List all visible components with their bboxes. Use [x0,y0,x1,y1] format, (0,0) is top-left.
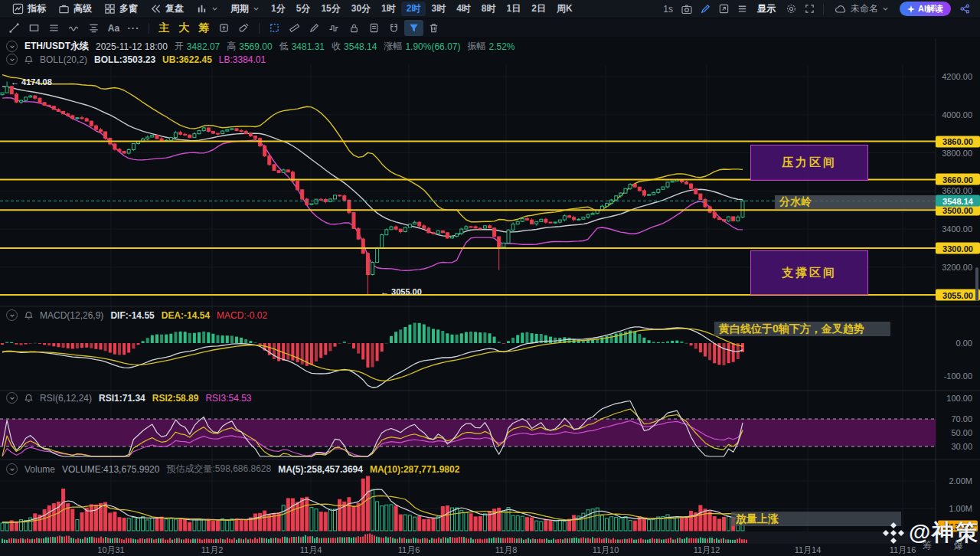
multi-window-label: 多窗 [119,2,138,15]
camera-icon [681,3,693,15]
rotate-tool[interactable] [214,20,234,36]
main-chart-tool[interactable]: 主 [155,20,174,36]
pen-icon [309,22,320,34]
magnet-icon [388,22,400,34]
sparkle-icon [907,5,915,13]
drawing-toolbar: Aa ··· 主 大 筹 [0,18,980,38]
lock-tool[interactable] [345,20,364,36]
divider [823,4,824,15]
note-icon [368,22,380,34]
layout-button[interactable]: 未命名 [828,2,895,15]
timeframe-2时[interactable]: 2时 [401,2,426,16]
parallel-lines-icon [48,22,60,34]
top-toolbar: 指标 高级 多窗 复盘 周期 1分5分15分30分1时2时3时 [0,0,980,18]
filter-tool[interactable] [404,20,423,36]
draw-mode-button[interactable] [696,3,714,15]
rectangle-icon [28,22,40,34]
settings-button[interactable] [782,3,800,15]
parallel-lines-tool[interactable] [44,20,64,36]
new-pane-button[interactable] [714,3,733,15]
multi-window-icon [104,3,116,15]
select-tool[interactable] [265,20,284,36]
advanced-button[interactable]: 高级 [52,2,98,15]
trend-line-icon [8,22,20,34]
timeframe-4时[interactable]: 4时 [451,2,476,16]
replay-button[interactable]: 复盘 [144,2,190,15]
wave-icon [68,22,80,34]
screenshot-button[interactable] [678,3,696,15]
list-icon [737,3,748,15]
trading-app: 指标 高级 多窗 复盘 周期 1分5分15分30分1时2时3时 [0,0,980,556]
annotate-tool[interactable] [305,20,324,36]
trend-line-tool[interactable] [5,20,24,36]
brush-icon [238,22,250,34]
note-tool[interactable] [364,20,384,36]
timeframe-30分[interactable]: 30分 [346,2,376,16]
expand-icon [804,3,815,15]
timeframe-15分[interactable]: 15分 [315,2,345,16]
timeframe-8时[interactable]: 8时 [476,2,501,16]
pattern-tool[interactable] [325,20,344,36]
rewind-icon [150,3,162,15]
chevron-down-icon [882,5,889,12]
timeframe-5分[interactable]: 5分 [291,2,316,16]
chart-style-button[interactable] [190,3,224,15]
measure-tool[interactable] [285,20,304,36]
replay-label: 复盘 [165,2,184,15]
trash-icon [428,22,439,34]
timeframe-1日[interactable]: 1日 [501,2,527,16]
timeframe-1时[interactable]: 1时 [376,2,401,16]
pencil-icon [700,3,711,15]
layout-name: 未命名 [851,2,878,15]
cloud-icon [835,3,847,15]
ruler-icon [289,22,300,34]
display-label: 显示 [757,2,776,15]
wave-tool[interactable] [64,20,83,36]
large-chart-tool[interactable]: 大 [175,20,194,36]
pane-arrow-icon [718,3,730,15]
timeframe-3时[interactable]: 3时 [426,2,451,16]
select-rect-icon [269,22,280,34]
brush-tool[interactable] [234,20,253,36]
chart-canvas[interactable] [0,0,980,556]
indicator-label: 指标 [28,2,46,15]
period-label: 周期 [230,2,249,15]
period-button[interactable]: 周期 [224,2,266,15]
chevron-down-icon [211,5,218,12]
rectangle-tool[interactable] [24,20,44,36]
ai-analysis-label: AI解读 [918,3,943,15]
fib-lines-icon [88,22,100,34]
timeframe-group: 1分5分15分30分1时2时3时4时8时1日2日周K [266,2,578,16]
chip-tool[interactable]: 筹 [194,20,214,36]
text-tool[interactable]: Aa [104,20,123,36]
object-tree-button[interactable] [733,3,751,15]
multi-window-button[interactable]: 多窗 [98,2,144,15]
magnet-tool[interactable] [384,20,403,36]
briefcase-icon [58,3,70,15]
timeframe-周K[interactable]: 周K [551,2,578,16]
ai-analysis-button[interactable]: AI解读 [900,2,951,16]
divider [259,23,260,34]
fib-tool[interactable] [84,20,103,36]
share-button[interactable] [956,3,974,15]
advanced-label: 高级 [74,2,92,15]
funnel-icon [408,22,420,34]
rotate-icon [218,22,230,34]
timeframe-2日[interactable]: 2日 [526,2,551,16]
indicator-button[interactable]: 指标 [6,2,52,15]
fullscreen-button[interactable] [800,3,818,15]
display-button[interactable]: 显示 [751,2,782,15]
indicator-icon [12,3,24,15]
timeframe-1分[interactable]: 1分 [266,2,291,16]
refresh-interval[interactable]: 1s [658,4,678,15]
chart-style-icon [196,3,207,15]
delete-tool[interactable] [424,20,443,36]
share-icon [959,3,971,15]
more-tools-button[interactable]: ··· [124,20,143,36]
divider [149,23,149,34]
lock-icon [348,22,360,34]
chevron-down-icon [253,5,260,12]
gear-icon [786,3,797,15]
pattern-icon [328,22,341,34]
